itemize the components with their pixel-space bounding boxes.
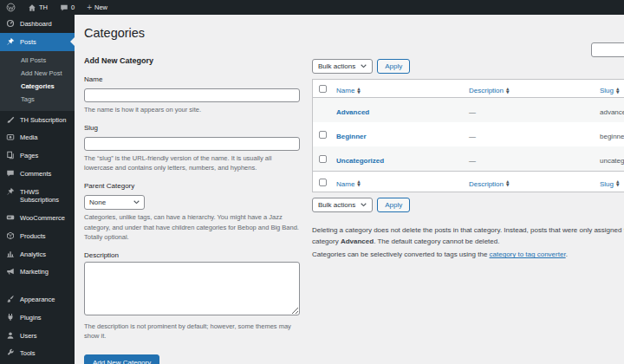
bulk-actions-value: Bulk actions (318, 62, 355, 70)
sort-arrows-icon: ▲▼ (357, 180, 360, 186)
new-content-menu[interactable]: + New (81, 0, 114, 15)
sidebar-item-label: Users (20, 331, 37, 341)
column-header-slug[interactable]: Slug ▲▼ (600, 180, 619, 188)
sidebar-item-label: WooCommerce (20, 213, 65, 223)
plug-icon (6, 313, 15, 322)
category-to-tag-converter-link[interactable]: category to tag converter (490, 250, 566, 258)
category-slug: uncategorized (600, 157, 624, 165)
paintbrush-icon (6, 295, 15, 303)
category-description: — (469, 108, 476, 116)
sidebar-item-comments[interactable]: Comments (0, 165, 75, 183)
column-header-name[interactable]: Name ▲▼ (336, 87, 361, 94)
bulk-actions-select[interactable]: Bulk actions (312, 198, 373, 212)
category-slug: beginner (600, 133, 624, 140)
site-menu[interactable]: TH (22, 0, 54, 15)
category-description: — (469, 133, 476, 140)
home-icon (28, 3, 36, 12)
sidebar-item-thws-subscriptions[interactable]: THWS Subscriptions (0, 183, 75, 210)
sidebar-item-products[interactable]: Products (0, 227, 75, 245)
sidebar-item-label: Pages (20, 151, 38, 160)
wordpress-logo-menu[interactable] (0, 0, 22, 15)
pushpin-icon (6, 37, 15, 46)
submenu-item-categories[interactable]: Categories (0, 80, 75, 93)
sidebar-item-label: Marketing (20, 267, 49, 276)
sidebar-item-label: Comments (20, 169, 51, 179)
sort-arrows-icon: ▲▼ (616, 88, 619, 94)
search-categories-input[interactable] (591, 42, 624, 57)
bulk-actions-select[interactable]: Bulk actions (312, 59, 373, 74)
name-help-text: The name is how it appears on your site. (84, 105, 300, 115)
category-description: — (469, 157, 476, 165)
parent-category-select[interactable]: None (84, 195, 145, 210)
submenu-item-add-new-post[interactable]: Add New Post (0, 67, 75, 80)
column-header-slug[interactable]: Slug ▲▼ (600, 87, 619, 94)
sidebar-item-tools[interactable]: Tools (0, 344, 75, 362)
sidebar-item-marketing[interactable]: Marketing (0, 263, 75, 281)
sidebar-item-label: Posts (20, 37, 36, 47)
sidebar-item-label: Media (20, 133, 37, 142)
category-name-link[interactable]: Advanced (336, 108, 369, 116)
categories-table: Name ▲▼ Description ▲▼ Slug ▲▼ (312, 79, 624, 192)
comments-menu[interactable]: 0 (54, 0, 81, 15)
sidebar-item-label: THWS Subscriptions (20, 187, 71, 205)
woocommerce-icon (6, 213, 15, 222)
pushpin-icon (6, 187, 15, 196)
wordpress-logo-icon (6, 3, 16, 12)
admin-sidebar: Dashboard Posts All Posts Add New Post C… (0, 15, 75, 364)
notice-line-1: Deleting a category does not delete the … (312, 224, 624, 236)
apply-button[interactable]: Apply (377, 59, 410, 74)
chevron-down-icon (361, 203, 367, 207)
submenu-item-all-posts[interactable]: All Posts (0, 54, 75, 67)
megaphone-icon (6, 267, 15, 276)
sidebar-item-label: Dashboard (20, 19, 52, 29)
sidebar-item-analytics[interactable]: Analytics (0, 245, 75, 263)
row-checkbox[interactable] (319, 155, 327, 163)
bulk-actions-row-top: Bulk actions Apply (312, 59, 624, 74)
sidebar-item-dashboard[interactable]: Dashboard (0, 15, 75, 33)
sidebar-item-users[interactable]: Users (0, 327, 75, 345)
parent-category-field-group: Parent Category None Categories, unlike … (84, 182, 300, 243)
sort-arrows-icon: ▲▼ (506, 88, 509, 94)
wrench-icon (6, 348, 15, 357)
column-header-description[interactable]: Description ▲▼ (469, 180, 509, 188)
bulk-actions-row-bottom: Bulk actions Apply (312, 198, 624, 212)
category-name-link[interactable]: Uncategorized (336, 157, 384, 165)
description-field-group: Description The description is not promi… (84, 251, 300, 341)
slug-help-text: The “slug” is the URL-friendly version o… (84, 153, 300, 173)
category-name-link[interactable]: Beginner (336, 133, 367, 140)
sort-arrows-icon: ▲▼ (506, 180, 509, 186)
slug-input[interactable] (84, 137, 300, 151)
sidebar-item-th-subscription[interactable]: TH Subscription (0, 111, 75, 129)
sidebar-item-appearance[interactable]: Appearance (0, 290, 75, 309)
sidebar-item-posts[interactable]: Posts (0, 33, 75, 51)
column-header-description[interactable]: Description ▲▼ (469, 87, 509, 94)
submenu-item-tags[interactable]: Tags (0, 93, 75, 106)
sidebar-item-plugins[interactable]: Plugins (0, 309, 75, 327)
add-new-category-button[interactable]: Add New Category (84, 354, 159, 364)
sidebar-item-media[interactable]: Media (0, 128, 75, 146)
description-textarea[interactable] (84, 262, 300, 315)
select-all-checkbox[interactable] (319, 179, 327, 186)
parent-category-label: Parent Category (84, 182, 300, 190)
dashboard-gauge-icon (6, 19, 15, 28)
plus-icon: + (87, 3, 92, 12)
apply-button[interactable]: Apply (377, 198, 410, 212)
name-input[interactable] (84, 88, 300, 102)
comment-bubble-icon (60, 3, 68, 12)
notice-line-2: category Advanced. The default category … (312, 236, 624, 247)
select-all-checkbox[interactable] (319, 85, 327, 93)
category-slug: advanced (600, 108, 624, 116)
add-category-form: Add New Category Name The name is how it… (84, 56, 300, 364)
row-checkbox[interactable] (319, 131, 327, 139)
user-icon (6, 331, 15, 340)
sidebar-item-label: Appearance (20, 295, 55, 304)
table-footer-row: Name ▲▼ Description ▲▼ Slug ▲▼ (313, 171, 624, 192)
site-name: TH (39, 3, 48, 11)
content-area: Categories Add New Category Name The nam… (75, 15, 624, 364)
column-header-name[interactable]: Name ▲▼ (336, 180, 361, 188)
sidebar-item-pages[interactable]: Pages (0, 146, 75, 165)
product-box-icon (6, 231, 15, 240)
bar-chart-icon (6, 250, 15, 258)
sidebar-item-label: Analytics (20, 250, 46, 259)
sidebar-item-woocommerce[interactable]: WooCommerce (0, 209, 75, 227)
